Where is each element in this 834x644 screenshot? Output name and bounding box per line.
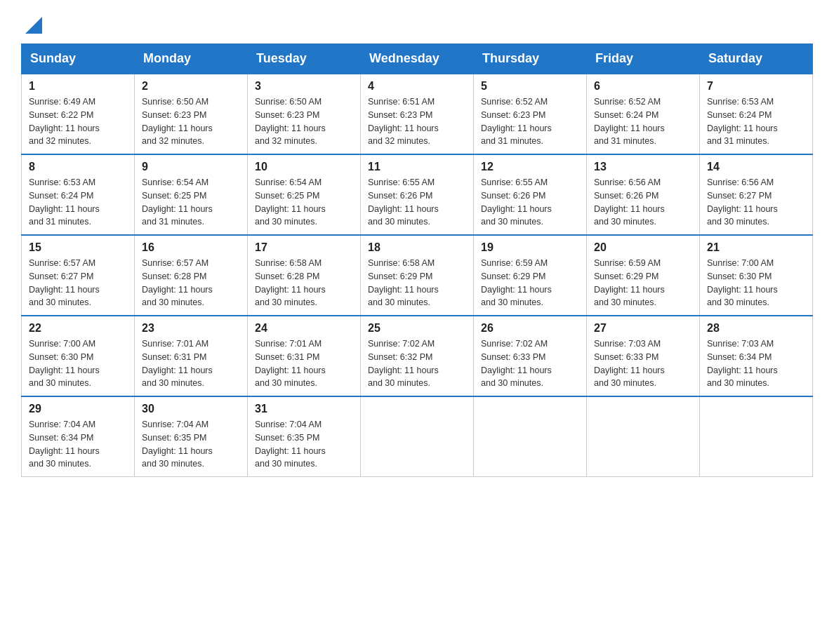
- weekday-header-sunday: Sunday: [22, 44, 135, 74]
- day-number: 7: [707, 80, 805, 93]
- day-number: 6: [594, 80, 692, 93]
- calendar-cell: 24 Sunrise: 7:01 AM Sunset: 6:31 PM Dayl…: [248, 316, 361, 396]
- calendar-cell: 6 Sunrise: 6:52 AM Sunset: 6:24 PM Dayli…: [587, 74, 700, 154]
- day-info: Sunrise: 7:04 AM Sunset: 6:34 PM Dayligh…: [29, 418, 127, 471]
- day-info: Sunrise: 6:57 AM Sunset: 6:28 PM Dayligh…: [142, 257, 240, 309]
- calendar-cell: 21 Sunrise: 7:00 AM Sunset: 6:30 PM Dayl…: [700, 235, 813, 316]
- week-row-5: 29 Sunrise: 7:04 AM Sunset: 6:34 PM Dayl…: [22, 396, 813, 477]
- calendar-cell: 8 Sunrise: 6:53 AM Sunset: 6:24 PM Dayli…: [22, 154, 135, 235]
- day-info: Sunrise: 7:03 AM Sunset: 6:33 PM Dayligh…: [594, 337, 692, 390]
- calendar-cell: 27 Sunrise: 7:03 AM Sunset: 6:33 PM Dayl…: [587, 316, 700, 396]
- day-info: Sunrise: 6:49 AM Sunset: 6:22 PM Dayligh…: [29, 95, 127, 148]
- day-info: Sunrise: 7:01 AM Sunset: 6:31 PM Dayligh…: [142, 337, 240, 390]
- week-row-3: 15 Sunrise: 6:57 AM Sunset: 6:27 PM Dayl…: [22, 235, 813, 316]
- day-info: Sunrise: 6:53 AM Sunset: 6:24 PM Dayligh…: [707, 95, 805, 148]
- calendar-cell: 12 Sunrise: 6:55 AM Sunset: 6:26 PM Dayl…: [474, 154, 587, 235]
- calendar-cell: 7 Sunrise: 6:53 AM Sunset: 6:24 PM Dayli…: [700, 74, 813, 154]
- calendar-cell: [361, 396, 474, 477]
- weekday-header-saturday: Saturday: [700, 44, 813, 74]
- day-number: 23: [142, 322, 240, 335]
- day-info: Sunrise: 7:04 AM Sunset: 6:35 PM Dayligh…: [142, 418, 240, 471]
- day-number: 24: [255, 322, 353, 335]
- weekday-header-thursday: Thursday: [474, 44, 587, 74]
- calendar-cell: 13 Sunrise: 6:56 AM Sunset: 6:26 PM Dayl…: [587, 154, 700, 235]
- day-number: 8: [29, 161, 127, 173]
- day-info: Sunrise: 6:54 AM Sunset: 6:25 PM Dayligh…: [255, 176, 353, 229]
- calendar-cell: 17 Sunrise: 6:58 AM Sunset: 6:28 PM Dayl…: [248, 235, 361, 316]
- calendar-cell: [700, 396, 813, 477]
- day-info: Sunrise: 6:59 AM Sunset: 6:29 PM Dayligh…: [594, 257, 692, 309]
- day-info: Sunrise: 6:50 AM Sunset: 6:23 PM Dayligh…: [142, 95, 240, 148]
- day-number: 30: [142, 403, 240, 415]
- calendar-cell: 16 Sunrise: 6:57 AM Sunset: 6:28 PM Dayl…: [135, 235, 248, 316]
- svg-marker-0: [25, 17, 42, 34]
- day-info: Sunrise: 6:53 AM Sunset: 6:24 PM Dayligh…: [29, 176, 127, 229]
- day-info: Sunrise: 6:58 AM Sunset: 6:29 PM Dayligh…: [368, 257, 466, 309]
- day-info: Sunrise: 6:56 AM Sunset: 6:26 PM Dayligh…: [594, 176, 692, 229]
- day-number: 14: [707, 161, 805, 173]
- day-info: Sunrise: 6:56 AM Sunset: 6:27 PM Dayligh…: [707, 176, 805, 229]
- calendar-cell: 10 Sunrise: 6:54 AM Sunset: 6:25 PM Dayl…: [248, 154, 361, 235]
- day-info: Sunrise: 7:02 AM Sunset: 6:33 PM Dayligh…: [481, 337, 579, 390]
- day-number: 18: [368, 241, 466, 254]
- weekday-header-friday: Friday: [587, 44, 700, 74]
- calendar-cell: 2 Sunrise: 6:50 AM Sunset: 6:23 PM Dayli…: [135, 74, 248, 154]
- day-number: 19: [481, 241, 579, 254]
- day-number: 28: [707, 322, 805, 335]
- calendar-cell: 5 Sunrise: 6:52 AM Sunset: 6:23 PM Dayli…: [474, 74, 587, 154]
- day-number: 17: [255, 241, 353, 254]
- day-number: 21: [707, 241, 805, 254]
- calendar-cell: 9 Sunrise: 6:54 AM Sunset: 6:25 PM Dayli…: [135, 154, 248, 235]
- calendar-cell: 11 Sunrise: 6:55 AM Sunset: 6:26 PM Dayl…: [361, 154, 474, 235]
- calendar-cell: 20 Sunrise: 6:59 AM Sunset: 6:29 PM Dayl…: [587, 235, 700, 316]
- day-info: Sunrise: 6:55 AM Sunset: 6:26 PM Dayligh…: [481, 176, 579, 229]
- day-number: 4: [368, 80, 466, 93]
- day-number: 16: [142, 241, 240, 254]
- logo: [21, 14, 45, 31]
- day-info: Sunrise: 6:59 AM Sunset: 6:29 PM Dayligh…: [481, 257, 579, 309]
- weekday-header-wednesday: Wednesday: [361, 44, 474, 74]
- calendar-table: SundayMondayTuesdayWednesdayThursdayFrid…: [21, 43, 813, 477]
- calendar-cell: 29 Sunrise: 7:04 AM Sunset: 6:34 PM Dayl…: [22, 396, 135, 477]
- calendar-cell: 3 Sunrise: 6:50 AM Sunset: 6:23 PM Dayli…: [248, 74, 361, 154]
- day-number: 13: [594, 161, 692, 173]
- day-info: Sunrise: 6:51 AM Sunset: 6:23 PM Dayligh…: [368, 95, 466, 148]
- day-number: 31: [255, 403, 353, 415]
- week-row-1: 1 Sunrise: 6:49 AM Sunset: 6:22 PM Dayli…: [22, 74, 813, 154]
- day-info: Sunrise: 6:57 AM Sunset: 6:27 PM Dayligh…: [29, 257, 127, 309]
- calendar-cell: 14 Sunrise: 6:56 AM Sunset: 6:27 PM Dayl…: [700, 154, 813, 235]
- day-number: 1: [29, 80, 127, 93]
- day-number: 22: [29, 322, 127, 335]
- calendar-cell: 4 Sunrise: 6:51 AM Sunset: 6:23 PM Dayli…: [361, 74, 474, 154]
- day-number: 27: [594, 322, 692, 335]
- calendar-cell: 25 Sunrise: 7:02 AM Sunset: 6:32 PM Dayl…: [361, 316, 474, 396]
- day-number: 12: [481, 161, 579, 173]
- calendar-cell: 31 Sunrise: 7:04 AM Sunset: 6:35 PM Dayl…: [248, 396, 361, 477]
- day-number: 11: [368, 161, 466, 173]
- day-info: Sunrise: 7:04 AM Sunset: 6:35 PM Dayligh…: [255, 418, 353, 471]
- calendar-cell: 1 Sunrise: 6:49 AM Sunset: 6:22 PM Dayli…: [22, 74, 135, 154]
- logo-triangle-icon: [22, 14, 45, 36]
- day-number: 25: [368, 322, 466, 335]
- day-info: Sunrise: 6:50 AM Sunset: 6:23 PM Dayligh…: [255, 95, 353, 148]
- weekday-header-monday: Monday: [135, 44, 248, 74]
- day-number: 3: [255, 80, 353, 93]
- calendar-cell: 22 Sunrise: 7:00 AM Sunset: 6:30 PM Dayl…: [22, 316, 135, 396]
- day-number: 5: [481, 80, 579, 93]
- calendar-cell: [474, 396, 587, 477]
- day-info: Sunrise: 6:52 AM Sunset: 6:24 PM Dayligh…: [594, 95, 692, 148]
- day-number: 2: [142, 80, 240, 93]
- week-row-4: 22 Sunrise: 7:00 AM Sunset: 6:30 PM Dayl…: [22, 316, 813, 396]
- calendar-cell: 19 Sunrise: 6:59 AM Sunset: 6:29 PM Dayl…: [474, 235, 587, 316]
- day-info: Sunrise: 7:01 AM Sunset: 6:31 PM Dayligh…: [255, 337, 353, 390]
- day-info: Sunrise: 7:00 AM Sunset: 6:30 PM Dayligh…: [29, 337, 127, 390]
- calendar-cell: 28 Sunrise: 7:03 AM Sunset: 6:34 PM Dayl…: [700, 316, 813, 396]
- day-number: 10: [255, 161, 353, 173]
- calendar-cell: 23 Sunrise: 7:01 AM Sunset: 6:31 PM Dayl…: [135, 316, 248, 396]
- calendar-cell: 30 Sunrise: 7:04 AM Sunset: 6:35 PM Dayl…: [135, 396, 248, 477]
- calendar-cell: 18 Sunrise: 6:58 AM Sunset: 6:29 PM Dayl…: [361, 235, 474, 316]
- day-number: 26: [481, 322, 579, 335]
- day-info: Sunrise: 7:03 AM Sunset: 6:34 PM Dayligh…: [707, 337, 805, 390]
- day-info: Sunrise: 6:55 AM Sunset: 6:26 PM Dayligh…: [368, 176, 466, 229]
- calendar-cell: 15 Sunrise: 6:57 AM Sunset: 6:27 PM Dayl…: [22, 235, 135, 316]
